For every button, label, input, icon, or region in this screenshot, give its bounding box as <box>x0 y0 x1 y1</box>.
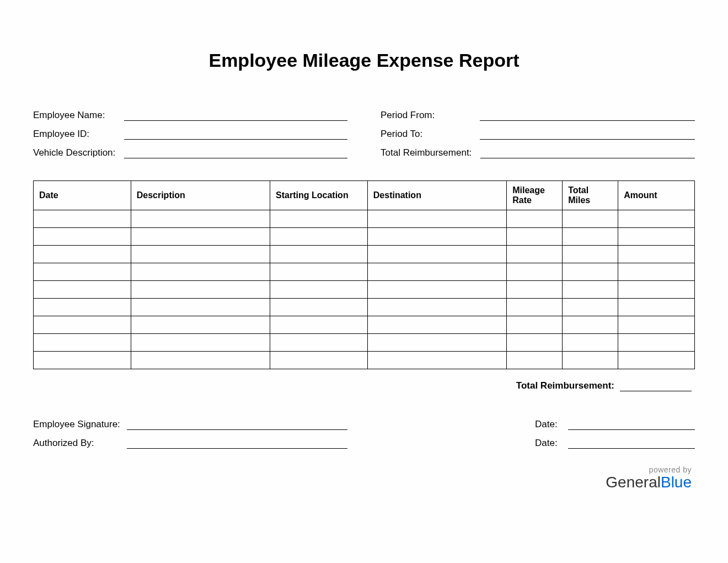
total-reimbursement-row: Total Reimbursement: <box>33 380 695 391</box>
table-row <box>34 228 695 246</box>
page-title: Employee Mileage Expense Report <box>33 50 695 71</box>
table-row <box>34 352 695 369</box>
signature-section: Employee Signature: Date: Authorized By:… <box>33 419 695 449</box>
table-header-row: Date Description Starting Location Desti… <box>34 181 695 210</box>
header-starting-location: Starting Location <box>270 181 368 210</box>
period-to-field[interactable] <box>480 129 695 140</box>
vehicle-desc-field[interactable] <box>124 147 347 158</box>
mileage-table: Date Description Starting Location Desti… <box>33 180 695 369</box>
table-cell[interactable] <box>34 228 131 246</box>
table-cell[interactable] <box>367 210 506 228</box>
table-cell[interactable] <box>507 299 563 316</box>
table-cell[interactable] <box>367 263 506 281</box>
authorized-date-field[interactable] <box>568 438 695 449</box>
total-reimb-top-row: Total Reimbursement: <box>381 147 695 158</box>
table-cell[interactable] <box>618 334 695 352</box>
table-cell[interactable] <box>563 281 618 299</box>
table-cell[interactable] <box>34 334 131 352</box>
info-right-column: Period From: Period To: Total Reimbursem… <box>381 110 695 158</box>
table-row <box>34 281 695 299</box>
total-reimb-top-field[interactable] <box>480 147 695 158</box>
employee-signature-row: Employee Signature: Date: <box>33 419 695 430</box>
header-date: Date <box>34 181 131 210</box>
table-cell[interactable] <box>270 299 368 316</box>
table-cell[interactable] <box>507 352 563 369</box>
brand-logo: GeneralBlue <box>33 474 692 491</box>
table-cell[interactable] <box>131 281 270 299</box>
table-cell[interactable] <box>270 210 368 228</box>
table-cell[interactable] <box>270 281 368 299</box>
table-row <box>34 299 695 316</box>
table-cell[interactable] <box>507 210 563 228</box>
table-cell[interactable] <box>270 246 368 263</box>
employee-sig-date-field[interactable] <box>568 419 695 430</box>
employee-name-label: Employee Name: <box>33 110 119 121</box>
table-cell[interactable] <box>34 246 131 263</box>
employee-signature-field[interactable] <box>127 419 347 430</box>
table-cell[interactable] <box>131 246 270 263</box>
table-cell[interactable] <box>507 316 563 334</box>
employee-id-label: Employee ID: <box>33 129 119 140</box>
table-cell[interactable] <box>131 352 270 369</box>
table-row <box>34 246 695 263</box>
table-cell[interactable] <box>131 334 270 352</box>
table-cell[interactable] <box>563 246 618 263</box>
table-cell[interactable] <box>367 281 506 299</box>
table-cell[interactable] <box>131 316 270 334</box>
table-cell[interactable] <box>507 246 563 263</box>
table-cell[interactable] <box>34 299 131 316</box>
header-total-miles: Total Miles <box>563 181 618 210</box>
table-cell[interactable] <box>131 299 270 316</box>
table-cell[interactable] <box>367 299 506 316</box>
table-cell[interactable] <box>507 228 563 246</box>
table-row <box>34 263 695 281</box>
table-cell[interactable] <box>618 263 695 281</box>
table-cell[interactable] <box>367 316 506 334</box>
table-row <box>34 210 695 228</box>
table-cell[interactable] <box>131 210 270 228</box>
table-cell[interactable] <box>507 281 563 299</box>
table-cell[interactable] <box>618 352 695 369</box>
table-cell[interactable] <box>367 246 506 263</box>
table-cell[interactable] <box>367 352 506 369</box>
authorized-by-field[interactable] <box>127 438 347 449</box>
table-cell[interactable] <box>367 228 506 246</box>
powered-by-text: powered by <box>33 465 692 474</box>
period-from-field[interactable] <box>480 110 695 121</box>
table-cell[interactable] <box>507 334 563 352</box>
table-cell[interactable] <box>563 263 618 281</box>
table-cell[interactable] <box>34 210 131 228</box>
employee-id-field[interactable] <box>124 129 347 140</box>
header-amount: Amount <box>618 181 695 210</box>
table-cell[interactable] <box>618 316 695 334</box>
period-from-row: Period From: <box>381 110 695 121</box>
table-cell[interactable] <box>270 334 368 352</box>
table-cell[interactable] <box>270 316 368 334</box>
table-cell[interactable] <box>618 281 695 299</box>
total-reimbursement-label: Total Reimbursement: <box>516 380 614 391</box>
table-cell[interactable] <box>507 263 563 281</box>
table-cell[interactable] <box>563 228 618 246</box>
table-cell[interactable] <box>618 210 695 228</box>
table-cell[interactable] <box>34 316 131 334</box>
table-cell[interactable] <box>131 263 270 281</box>
total-reimbursement-field[interactable] <box>620 380 692 391</box>
table-cell[interactable] <box>563 210 618 228</box>
table-cell[interactable] <box>34 352 131 369</box>
table-cell[interactable] <box>563 352 618 369</box>
table-cell[interactable] <box>367 334 506 352</box>
table-cell[interactable] <box>34 281 131 299</box>
table-cell[interactable] <box>34 263 131 281</box>
table-cell[interactable] <box>618 299 695 316</box>
table-cell[interactable] <box>270 263 368 281</box>
brand-blue: Blue <box>661 474 692 491</box>
table-cell[interactable] <box>618 228 695 246</box>
table-cell[interactable] <box>563 299 618 316</box>
table-cell[interactable] <box>618 246 695 263</box>
table-cell[interactable] <box>270 352 368 369</box>
table-cell[interactable] <box>563 334 618 352</box>
table-cell[interactable] <box>131 228 270 246</box>
employee-name-field[interactable] <box>124 110 347 121</box>
table-cell[interactable] <box>270 228 368 246</box>
table-cell[interactable] <box>563 316 618 334</box>
